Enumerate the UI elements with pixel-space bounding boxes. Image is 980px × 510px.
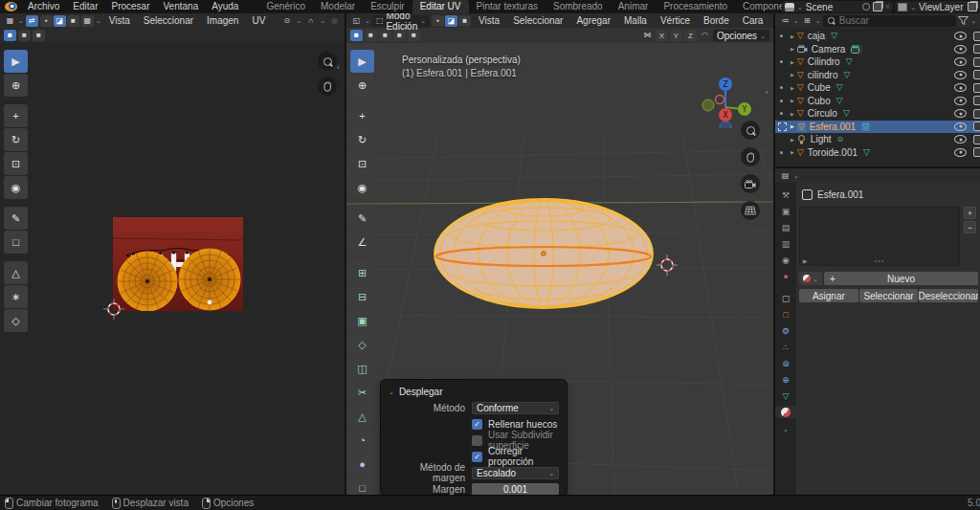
object-name[interactable]: Camera — [812, 44, 846, 55]
render-toggle-icon[interactable] — [973, 32, 980, 41]
outliner-row-caja[interactable]: ▶ ▽ caja ▽ — [775, 30, 980, 43]
inset-faces-tool[interactable]: ▣ — [357, 315, 367, 327]
rip-region-tool[interactable]: □ — [4, 231, 28, 254]
tabs-overflow-chevron-icon[interactable]: ⌄ — [783, 426, 789, 432]
tab-generico[interactable]: Genérico — [258, 0, 313, 13]
uv-vertex-select-button[interactable]: ▪ — [40, 15, 53, 27]
select-set-mode-button[interactable]: ■ — [350, 30, 363, 41]
tab-procesamiento[interactable]: Procesamiento — [656, 0, 735, 13]
tab-object-data[interactable]: ▽ — [776, 389, 795, 402]
mode-selector[interactable]: ⬚ Modo Edición ⌄ — [372, 15, 430, 27]
disclosure-icon[interactable]: ▶ — [791, 98, 794, 103]
v3d-menu-vertice[interactable]: Vértice — [655, 15, 696, 26]
outliner-search-input[interactable]: Buscar — [823, 15, 956, 27]
falloff-icon[interactable]: ◠ — [699, 30, 711, 41]
tab-pintar-texturas[interactable]: Pintar texturas — [469, 0, 546, 13]
move-tool[interactable]: + — [4, 104, 28, 127]
visibility-eye-icon[interactable] — [954, 57, 967, 66]
measure-tool[interactable]: ∠ — [350, 231, 374, 254]
scene-name[interactable]: Scene — [806, 2, 859, 12]
uv-face-select-button[interactable]: ■ — [67, 15, 79, 27]
viewport-pan-hand-icon[interactable] — [741, 147, 760, 166]
tab-particles[interactable]: ∴ — [776, 341, 795, 353]
mirror-z-toggle[interactable]: Z — [684, 30, 697, 41]
visibility-eye-icon[interactable] — [954, 122, 967, 131]
vertex-select-button[interactable]: ▪ — [432, 15, 444, 27]
disclosure-icon[interactable]: ▶ — [791, 72, 794, 78]
menu-ventana[interactable]: Ventana — [157, 0, 206, 13]
material-slot-list[interactable]: ▶ ••• — [799, 207, 960, 266]
tab-scene[interactable]: ◉ — [776, 254, 795, 266]
assign-button[interactable]: Asignar — [799, 289, 858, 302]
transform-tool[interactable]: ◉ — [4, 176, 28, 199]
disclosure-icon[interactable]: ▶ — [791, 137, 794, 143]
tab-world[interactable]: ● — [776, 270, 795, 282]
tab-material[interactable] — [775, 406, 796, 418]
copy-viewlayer-icon[interactable] — [968, 2, 977, 11]
blender-logo-icon[interactable] — [5, 2, 17, 11]
disclosure-icon[interactable]: ▶ — [791, 111, 794, 117]
mirror-x-toggle[interactable]: X — [656, 30, 668, 41]
disclosure-icon[interactable]: ▶ — [791, 149, 794, 155]
select-subtract-mode-button[interactable]: ■ — [33, 30, 45, 41]
menu-ayuda[interactable]: Ayuda — [205, 0, 245, 13]
visibility-eye-icon[interactable] — [954, 71, 967, 79]
object-name[interactable]: Circulo — [808, 108, 837, 119]
breadcrumb-object-name[interactable]: Esfera.001 — [817, 189, 863, 200]
disclosure-icon[interactable]: ▶ — [791, 33, 794, 39]
pinch-tool[interactable]: ◇ — [4, 309, 28, 332]
deselect-button[interactable]: Deseleccionar — [919, 289, 978, 302]
uv-2d-cursor[interactable] — [103, 299, 124, 320]
visibility-eye-icon[interactable] — [954, 135, 967, 144]
relax-tool[interactable]: ∗ — [4, 285, 28, 308]
browse-material-dropdown[interactable]: ⌄ — [799, 272, 822, 285]
disclosure-icon[interactable]: ▶ — [791, 59, 794, 65]
tweak-select-tool[interactable]: ▶ — [350, 50, 374, 73]
new-material-button[interactable]: + Nuevo — [824, 272, 978, 285]
object-name[interactable]: caja — [808, 31, 825, 41]
unlink-icon[interactable]: × — [885, 2, 890, 11]
cursor-tool[interactable]: ⊕ — [350, 74, 374, 97]
object-name[interactable]: Cubo — [808, 96, 831, 106]
editor-type-3d-icon[interactable]: ◱ — [350, 15, 363, 27]
object-name[interactable]: Cube — [808, 82, 831, 93]
grab-tool[interactable]: △ — [4, 261, 28, 284]
viewlayer-name[interactable]: ViewLayer — [919, 2, 965, 12]
render-toggle-icon[interactable] — [973, 57, 980, 67]
uv-menu-vista[interactable]: Vista — [103, 15, 136, 26]
disclosure-icon[interactable]: ▶ — [791, 46, 794, 52]
v3d-menu-borde[interactable]: Borde — [698, 15, 735, 26]
viewport-zoom-icon[interactable] — [741, 121, 760, 140]
tab-output[interactable]: ▤ — [776, 221, 795, 233]
menu-archivo[interactable]: Archivo — [21, 0, 66, 13]
tab-animar[interactable]: Animar — [611, 0, 657, 13]
tab-sombreado[interactable]: Sombreado — [546, 0, 611, 13]
options-dropdown[interactable]: Opciones ⌄ — [713, 30, 769, 41]
object-name[interactable]: Toroide.001 — [808, 147, 858, 158]
panel-collapse-chevron-icon[interactable]: ⌄ — [389, 388, 394, 395]
tweak-select-tool[interactable]: ▶ — [4, 50, 28, 73]
fill-holes-checkbox[interactable]: ✓ — [472, 419, 482, 430]
uv-pan-hand-icon[interactable] — [318, 77, 337, 96]
select-intersect-mode-button[interactable]: ■ — [408, 30, 420, 41]
tab-esculpir[interactable]: Esculpir — [363, 0, 412, 13]
outliner-row-cilindro2[interactable]: ▶ ▽ cilindro ▽ — [775, 69, 980, 82]
annotate-tool[interactable]: ✎ — [350, 207, 374, 230]
uv-menu-imagen[interactable]: Imagen — [201, 15, 244, 26]
tab-modifiers[interactable]: ⚙ — [776, 324, 795, 337]
object-name[interactable]: Esfera.001 — [810, 122, 856, 132]
select-button[interactable]: Seleccionar — [859, 289, 919, 302]
pivot-point-icon[interactable]: ⊙ — [280, 15, 293, 27]
spin-tool[interactable]: ◔ — [359, 434, 366, 446]
tab-modelar[interactable]: Modelar — [313, 0, 363, 13]
visibility-eye-icon[interactable] — [954, 83, 967, 92]
scale-tool[interactable]: ⊡ — [350, 152, 374, 175]
rotate-tool[interactable]: ↻ — [4, 128, 28, 151]
rotate-tool[interactable]: ↻ — [350, 128, 374, 151]
outliner-row-toroide[interactable]: ▶ ▽ Toroide.001 ▽ — [775, 146, 980, 160]
v3d-menu-agregar[interactable]: Agregar — [570, 15, 616, 26]
copy-scene-icon[interactable] — [873, 2, 882, 11]
scene-selector[interactable]: ⌄ Scene × — [782, 1, 893, 12]
menu-editar[interactable]: Editar — [66, 0, 104, 13]
select-extend-mode-button[interactable]: ■ — [18, 30, 31, 41]
